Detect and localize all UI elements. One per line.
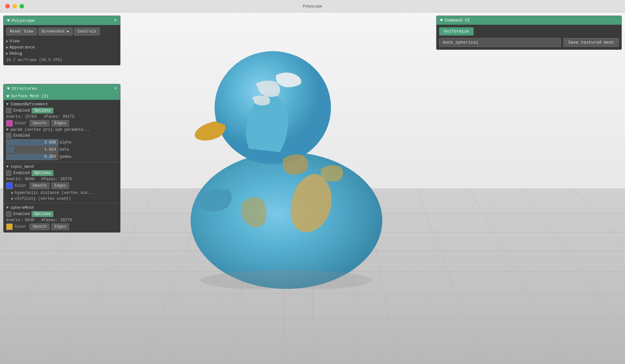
- param-header-row: ▼ param (vertex proj-sph paramete...: [6, 128, 118, 132]
- maximize-button[interactable]: [20, 4, 24, 8]
- svg-line-18: [573, 188, 625, 364]
- vinfinity-item[interactable]: vInfinity (vertex count): [6, 196, 118, 202]
- common-refinement-smooth-button[interactable]: Smooth: [30, 120, 49, 127]
- vinfinity-arrow-icon: [11, 197, 13, 200]
- alpha-label: alpha: [60, 140, 71, 145]
- sphere-mesh-smooth-button[interactable]: Smooth: [30, 223, 49, 230]
- svg-point-23: [201, 270, 372, 289]
- uniformize-button[interactable]: Uniformize: [439, 27, 474, 35]
- input-mesh-smooth-button[interactable]: Smooth: [30, 182, 49, 189]
- svg-line-11: [143, 188, 208, 364]
- structures-header: Structures ×: [4, 84, 120, 93]
- command-collapse-icon: [440, 19, 443, 21]
- svg-point-22: [215, 51, 331, 164]
- common-refinement-checkbox[interactable]: [6, 108, 11, 113]
- sphere-mesh-section: ▼ sphereMesh Enabled Options #verts: 964…: [4, 203, 120, 232]
- polyscope-close[interactable]: ×: [114, 18, 117, 23]
- minimize-button[interactable]: [12, 4, 17, 8]
- svg-line-10: [365, 188, 397, 364]
- command-panel-title: Command UI: [440, 18, 470, 23]
- svg-line-16: [521, 188, 625, 364]
- gamma-slider[interactable]: 6.283: [6, 154, 58, 160]
- common-refinement-enable-row: Enabled Options: [6, 108, 118, 114]
- common-refinement-options-button[interactable]: Options: [32, 108, 53, 114]
- sphere-mesh-edges-button[interactable]: Edges: [51, 223, 69, 230]
- polyscope-toolbar: Reset View Screenshot Controls: [6, 28, 118, 35]
- input-mesh-stats: #verts: 9640 #faces: 19276: [6, 177, 118, 182]
- save-mesh-row: Save textured mesh: [439, 38, 619, 47]
- alpha-param-row: 3.688 alpha: [6, 139, 118, 146]
- sphere-mesh-color-button[interactable]: [6, 223, 13, 230]
- polyscope-panel: Polyscope × Reset View Screenshot Contro…: [3, 16, 120, 65]
- window-title: Polyscope: [303, 4, 322, 8]
- polyscope-title: Polyscope: [7, 18, 35, 23]
- common-refinement-color-button[interactable]: [6, 120, 13, 127]
- input-mesh-expand[interactable]: ▼: [6, 165, 8, 169]
- input-mesh-checkbox[interactable]: [6, 170, 11, 176]
- gamma-param-row: 6.283 gamma: [6, 154, 118, 160]
- structures-collapse-icon: [7, 88, 10, 90]
- screenshot-button[interactable]: Screenshot: [38, 28, 73, 35]
- sphere-mesh-enable-row: Enabled Options: [6, 211, 118, 217]
- window-controls: [5, 4, 24, 8]
- fps-display: 16.7 ms/frame (60.0 FPS): [6, 58, 118, 62]
- main-area: Polyscope × Reset View Screenshot Contro…: [0, 12, 625, 364]
- svg-point-21: [191, 152, 382, 289]
- view-arrow-icon: [6, 40, 8, 43]
- gamma-value: 6.283: [7, 154, 58, 160]
- duck-name-input[interactable]: [439, 38, 561, 47]
- command-panel-header: Command UI: [437, 16, 621, 25]
- structures-close[interactable]: ×: [114, 86, 117, 91]
- svg-line-20: [283, 188, 286, 364]
- common-refinement-section: ▼ CommonRefinement Enabled Options #vert…: [4, 100, 120, 162]
- alpha-value: 3.688: [7, 140, 58, 145]
- common-refinement-expand[interactable]: ▼: [6, 102, 8, 107]
- command-body: Uniformize Save textured mesh: [437, 25, 621, 49]
- input-mesh-options-button[interactable]: Options: [32, 170, 53, 176]
- structures-title-group: Structures: [7, 86, 37, 91]
- beta-slider[interactable]: 1.024: [6, 146, 58, 153]
- svg-line-9: [228, 188, 260, 364]
- svg-line-12: [417, 188, 482, 364]
- beta-label: beta: [60, 147, 69, 152]
- input-mesh-header-row: ▼ input_mesh: [6, 165, 118, 169]
- svg-line-19: [352, 188, 355, 364]
- sphere-mesh-stats: #verts: 9640 #faces: 19276: [6, 218, 118, 222]
- param-enable-row: Enabled: [6, 133, 118, 138]
- common-refinement-header-row: ▼ CommonRefinement: [6, 102, 118, 107]
- hyperbolic-arrow-icon: [11, 192, 13, 194]
- tree-item-debug[interactable]: Debug: [6, 50, 118, 57]
- duck-3d-model: [124, 22, 449, 289]
- appearance-arrow-icon: [6, 46, 8, 49]
- titlebar: Polyscope: [0, 0, 625, 12]
- screenshot-dropdown-arrow: [66, 31, 69, 33]
- sphere-mesh-expand[interactable]: ▼: [6, 206, 8, 210]
- alpha-slider[interactable]: 3.688: [6, 139, 58, 146]
- sphere-mesh-checkbox[interactable]: [6, 211, 11, 217]
- input-mesh-color-row: Color Smooth Edges: [6, 182, 118, 189]
- sphere-mesh-header-row: ▼ sphereMesh: [6, 206, 118, 210]
- close-button[interactable]: [5, 4, 10, 8]
- input-mesh-color-button[interactable]: [6, 182, 13, 189]
- controls-button[interactable]: Controls: [74, 28, 100, 35]
- polyscope-body: Reset View Screenshot Controls View Appe…: [4, 25, 120, 65]
- input-mesh-section: ▼ input_mesh Enabled Options #verts: 964…: [4, 162, 120, 203]
- input-mesh-enable-row: Enabled Options: [6, 170, 118, 176]
- gamma-label: gamma: [60, 155, 71, 159]
- debug-arrow-icon: [6, 52, 8, 55]
- tree-item-view[interactable]: View: [6, 38, 118, 44]
- common-refinement-color-row: Color Smooth Edges: [6, 120, 118, 127]
- common-refinement-stats: #verts: 15783 #faces: 30173: [6, 115, 118, 119]
- reset-view-button[interactable]: Reset View: [6, 28, 37, 35]
- surface-mesh-header[interactable]: Surface Mesh (3): [4, 93, 120, 100]
- sphere-mesh-options-button[interactable]: Options: [32, 211, 53, 217]
- structures-panel: Structures × Surface Mesh (3) ▼ CommonRe…: [3, 84, 120, 233]
- common-refinement-edges-button[interactable]: Edges: [51, 120, 69, 127]
- polyscope-header: Polyscope ×: [4, 16, 120, 25]
- save-textured-mesh-button[interactable]: Save textured mesh: [563, 38, 619, 47]
- hyperbolic-distance-item[interactable]: hyperbolic distance (vertex sca...: [6, 190, 118, 196]
- param-checkbox[interactable]: [6, 133, 11, 138]
- tree-item-appearance[interactable]: Appearance: [6, 44, 118, 50]
- input-mesh-edges-button[interactable]: Edges: [51, 182, 69, 189]
- svg-line-14: [469, 188, 566, 364]
